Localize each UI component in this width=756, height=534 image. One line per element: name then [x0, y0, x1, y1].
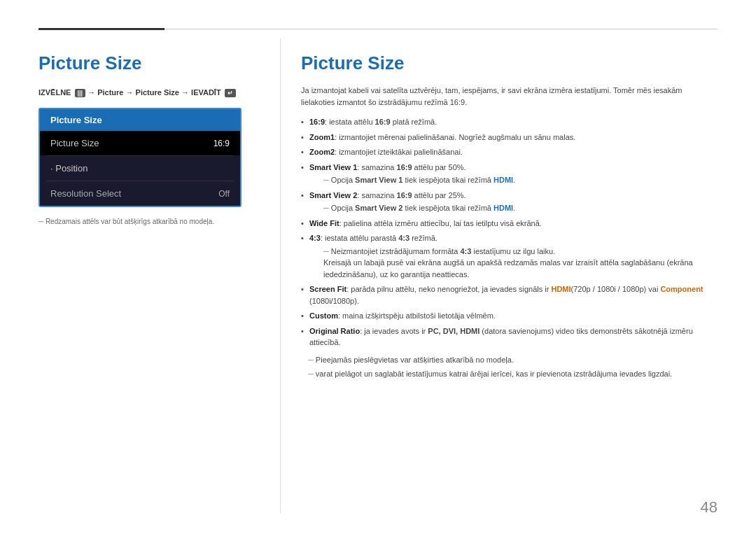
- menu-header: Picture Size: [40, 109, 240, 131]
- left-section-title: Picture Size: [38, 52, 276, 74]
- sub-item-sv1: Opcija Smart View 1 tiek iespējota tikai…: [309, 174, 718, 186]
- item-text-sv2: : samazina 16:9 attēlu par 25%.: [357, 191, 465, 199]
- list-item-widefit: Wide Fit: palielina attēla izmēru attiec…: [301, 218, 718, 230]
- item-text-sv1: : samazina 16:9 attēlu par 50%.: [357, 163, 465, 171]
- left-footnote: Redzamais attēls var būt atšķirīgs atkar…: [38, 218, 276, 225]
- menu-value-resolution: Off: [218, 189, 230, 199]
- item-text-zoom2: : izmantojiet izteiktākai palielināšanai…: [335, 148, 463, 156]
- item-label-custom: Custom: [309, 311, 338, 320]
- item-text-or: : ja ievades avots ir PC, DVI, HDMI (dat…: [309, 327, 693, 347]
- list-item-smartview1: Smart View 1: samazina 16:9 attēlu par 5…: [301, 162, 718, 186]
- right-column: Picture Size Ja izmantojat kabeli vai sa…: [301, 45, 718, 382]
- list-item-smartview2: Smart View 2: samazina 16:9 attēlu par 2…: [301, 190, 718, 214]
- enter-icon: ↵: [225, 89, 236, 97]
- item-text-43: : iestata attēlu parastā 4:3 režīmā.: [321, 234, 438, 242]
- item-label-zoom1: Zoom1: [309, 133, 335, 141]
- menu-icon: |||: [75, 89, 86, 97]
- menu-item-picture-size[interactable]: Picture Size 16:9: [40, 131, 240, 155]
- item-text-zoom1: : izmantojiet mērenai palielināšanai. No…: [335, 133, 575, 141]
- bullet-list: 16:9: iestata attēlu 16:9 platā režīmā. …: [301, 116, 718, 349]
- item-label-43: 4:3: [309, 234, 321, 242]
- item-label-sv1: Smart View 1: [309, 163, 357, 171]
- list-item-original-ratio: Original Ratio: ja ievades avots ir PC, …: [301, 325, 718, 349]
- note-save-settings: varat pielāgot un saglabāt iestatījumus …: [301, 368, 718, 380]
- item-label-zoom2: Zoom2: [309, 148, 335, 156]
- item-text-169: : iestata attēlu 16:9 platā režīmā.: [325, 118, 437, 126]
- item-label-sv2: Smart View 2: [309, 191, 357, 199]
- menu-value-picture-size: 16:9: [214, 139, 230, 148]
- breadcrumb-prefix: IZVĒLNE: [38, 88, 74, 97]
- breadcrumb: IZVĒLNE ||| → Picture → Picture Size → I…: [38, 88, 276, 97]
- list-item-zoom2: Zoom2: izmantojiet izteiktākai palielinā…: [301, 146, 718, 158]
- list-item-43: 4:3: iestata attēlu parastā 4:3 režīmā. …: [301, 232, 718, 280]
- list-item-screenfit: Screen Fit: parāda pilnu attēlu, neko ne…: [301, 283, 718, 307]
- top-line-light: [164, 29, 718, 29]
- item-text-sf: : parāda pilnu attēlu, neko nenogriežot,…: [309, 285, 704, 305]
- list-item-169: 16:9: iestata attēlu 16:9 platā režīmā.: [301, 116, 718, 128]
- item-label-or: Original Ratio: [309, 327, 360, 335]
- vertical-divider: [280, 38, 281, 513]
- note-available-ports: Pieejamās pieslēgvietas var atšķirties a…: [301, 354, 718, 366]
- item-label-widefit: Wide Fit: [309, 219, 340, 227]
- picture-size-menu: Picture Size Picture Size 16:9 · Positio…: [38, 108, 241, 207]
- right-section-title: Picture Size: [301, 52, 718, 74]
- list-item-custom: Custom: maina izšķirtspēju atbilstoši li…: [301, 310, 718, 322]
- top-decorative-lines: [0, 28, 756, 30]
- list-item-zoom1: Zoom1: izmantojiet mērenai palielināšana…: [301, 132, 718, 143]
- menu-item-position[interactable]: · Position: [40, 156, 240, 181]
- intro-text: Ja izmantojat kabeli vai satelīta uztvēr…: [301, 85, 718, 108]
- menu-item-resolution-select[interactable]: Resolution Select Off: [40, 181, 240, 206]
- menu-label-picture-size: Picture Size: [50, 138, 99, 148]
- page-number: 48: [701, 498, 718, 517]
- sub-item-43: Neizmantojiet izstrādājumam formāta 4:3 …: [309, 246, 718, 281]
- breadcrumb-arrow1: → Picture → Picture Size → IEVADĪT: [88, 88, 223, 97]
- left-column: Picture Size IZVĒLNE ||| → Picture → Pic…: [38, 45, 276, 225]
- item-text-custom: : maina izšķirtspēju atbilstoši lietotāj…: [338, 311, 496, 320]
- top-line-dark: [38, 28, 164, 30]
- item-label-169: 16:9: [309, 118, 325, 126]
- sub-item-sv2: Opcija Smart View 2 tiek iespējota tikai…: [309, 202, 718, 214]
- menu-label-resolution: Resolution Select: [50, 188, 121, 199]
- menu-label-position: · Position: [50, 163, 88, 174]
- item-label-sf: Screen Fit: [309, 285, 346, 293]
- item-text-widefit: : palielina attēla izmēru attiecību, lai…: [340, 219, 542, 227]
